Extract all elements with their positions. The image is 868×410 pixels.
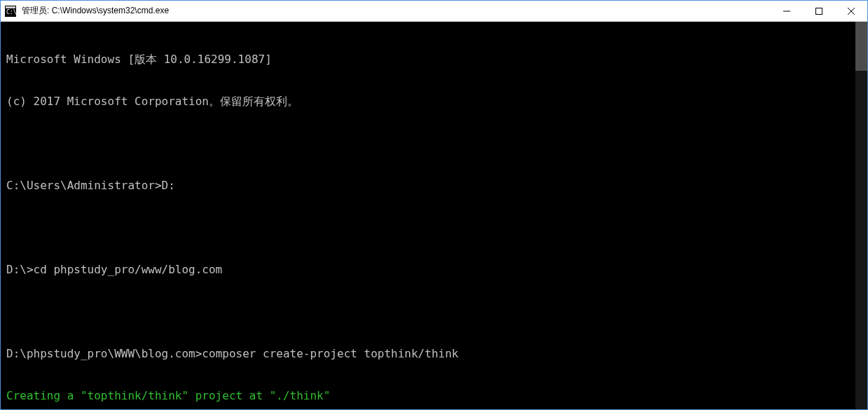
svg-rect-4 <box>816 8 822 15</box>
maximize-button[interactable] <box>803 1 835 22</box>
prompt: C:\Users\Administrator> <box>6 179 162 192</box>
scrollbar-thumb[interactable] <box>855 22 867 71</box>
command-text: D: <box>162 179 175 192</box>
prompt: D:\> <box>6 263 34 276</box>
svg-text:C:\: C:\ <box>6 9 16 15</box>
close-button[interactable] <box>835 1 867 22</box>
prompt-line: D:\>cd phpstudy_pro/www/blog.com <box>6 263 866 277</box>
scrollbar-track[interactable] <box>855 22 867 410</box>
prompt-line: D:\phpstudy_pro\WWW\blog.com>composer cr… <box>6 347 866 361</box>
blank-line <box>6 221 866 235</box>
terminal-output: Microsoft Windows [版本 10.0.16299.1087] (… <box>6 25 866 410</box>
output-line: (c) 2017 Microsoft Corporation。保留所有权利。 <box>6 95 866 109</box>
window-controls <box>771 1 867 21</box>
svg-rect-1 <box>6 6 15 8</box>
blank-line <box>6 305 866 319</box>
minimize-button[interactable] <box>771 1 803 22</box>
prompt-line: C:\Users\Administrator>D: <box>6 179 866 193</box>
command-text: cd phpstudy_pro/www/blog.com <box>34 263 223 276</box>
blank-line <box>6 137 866 151</box>
command-text: composer create-project topthink/think <box>202 347 458 360</box>
titlebar[interactable]: C:\ 管理员: C:\Windows\system32\cmd.exe <box>1 1 867 22</box>
output-line: Creating a "topthink/think" project at "… <box>6 389 866 403</box>
window-title: 管理员: C:\Windows\system32\cmd.exe <box>20 5 771 17</box>
prompt: D:\phpstudy_pro\WWW\blog.com> <box>6 347 202 360</box>
output-line: Microsoft Windows [版本 10.0.16299.1087] <box>6 53 866 67</box>
cmd-icon: C:\ <box>5 6 16 17</box>
terminal-area[interactable]: Microsoft Windows [版本 10.0.16299.1087] (… <box>1 22 867 410</box>
